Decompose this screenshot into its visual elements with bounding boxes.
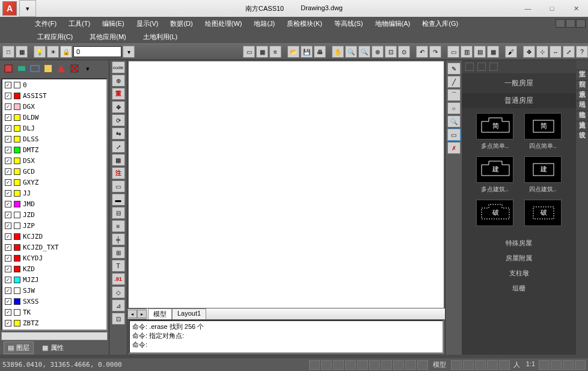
mt-b6[interactable]: ⊞ — [112, 247, 125, 259]
menu-item[interactable]: 等高线(S) — [328, 19, 369, 28]
menu-item[interactable]: 文件(F) — [29, 19, 63, 28]
tool-ext[interactable]: ⤢ — [563, 46, 575, 58]
tool-undo[interactable]: ↶ — [416, 46, 428, 58]
tool-dd2[interactable]: ▾ — [123, 46, 135, 58]
layer-color[interactable] — [14, 233, 20, 240]
category-item[interactable]: 垣栅 — [462, 281, 576, 296]
sb-scale[interactable]: 1:1 — [524, 360, 537, 370]
maximize-button[interactable]: □ — [540, 0, 564, 17]
layer-row[interactable]: ✓JMD — [2, 198, 106, 209]
tool-bulb[interactable]: 💡 — [34, 46, 46, 58]
layer-check[interactable]: ✓ — [5, 179, 11, 186]
layer-list[interactable]: ✓0✓ASSIST✓DGX✓DLDW✓DLJ✓DLSS✓DMTZ✓DSX✓GCD… — [1, 78, 108, 331]
layer-tool-dd[interactable]: ▾ — [82, 63, 94, 75]
category-item[interactable]: 特殊房屋 — [462, 236, 576, 251]
rp-view3[interactable] — [489, 63, 498, 71]
palette-item[interactable]: 破 — [522, 200, 564, 228]
layer-row[interactable]: ✓GCD — [2, 166, 106, 177]
tool-sun[interactable]: ☀ — [47, 46, 59, 58]
layer-row[interactable]: ✓TK — [2, 307, 106, 317]
tab-prev[interactable]: ◂ — [127, 310, 137, 318]
layer-check[interactable]: ✓ — [5, 266, 11, 272]
sb-7[interactable] — [381, 360, 392, 370]
tool-zoomall[interactable]: ⊙ — [398, 46, 410, 58]
sb-10[interactable] — [417, 360, 428, 370]
layer-color[interactable] — [14, 331, 20, 331]
layer-dropdown[interactable]: 0 — [73, 46, 121, 57]
layer-color[interactable] — [14, 255, 20, 262]
mdi-restore[interactable] — [566, 19, 575, 28]
layer-row[interactable]: ✓DLJ — [2, 123, 106, 133]
mt-b1[interactable]: ▭ — [112, 180, 125, 192]
tool-print[interactable]: 🖶 — [314, 46, 326, 58]
layer-row[interactable]: ✓DLDW — [2, 112, 106, 123]
mt-b10[interactable]: ⊡ — [112, 313, 125, 325]
menu-item[interactable]: 地籍(J) — [248, 19, 281, 28]
layer-check[interactable]: ✓ — [5, 158, 11, 164]
tool-v1[interactable]: ▭ — [447, 46, 459, 58]
layer-row[interactable]: ✓DMTZ — [2, 144, 106, 155]
layer-check[interactable]: ✓ — [5, 233, 11, 240]
minimize-button[interactable]: — — [516, 0, 540, 17]
side-tab[interactable]: 控制点 — [576, 70, 588, 81]
mt-zhu[interactable]: 注 — [112, 167, 125, 179]
tool-zoomin[interactable]: 🔍 — [345, 46, 357, 58]
tool-align[interactable]: ≡ — [269, 46, 281, 58]
mdi-min[interactable] — [556, 19, 565, 28]
mt-arr[interactable]: ▦ — [112, 154, 125, 166]
tool-zoomext[interactable]: ⊕ — [372, 46, 384, 58]
layer-row[interactable]: ✓DLSS — [2, 133, 106, 144]
tool-move[interactable]: ✥ — [523, 46, 535, 58]
layer-check[interactable]: ✓ — [5, 82, 11, 88]
tool-brush[interactable]: 🖌 — [505, 46, 517, 58]
tool-xy[interactable]: ⊹ — [536, 46, 548, 58]
tool-save[interactable]: 💾 — [301, 46, 313, 58]
mt-move[interactable]: ✥ — [112, 101, 125, 113]
sb-5[interactable] — [357, 360, 368, 370]
menu-item[interactable]: 土地利用(L) — [135, 32, 186, 41]
layer-row[interactable]: ✓KCJZD_TXT — [2, 242, 106, 253]
layer-tool-5[interactable] — [55, 63, 67, 75]
sb-12[interactable] — [463, 360, 474, 370]
sb-15[interactable] — [499, 360, 510, 370]
tool-help[interactable]: ? — [576, 46, 588, 58]
rp-view1[interactable] — [465, 63, 474, 71]
qat-dropdown[interactable]: ▾ — [19, 0, 36, 17]
menu-item[interactable]: 工程应用(C) — [29, 32, 81, 41]
rp-subtitle[interactable]: 普通房屋 — [462, 93, 576, 108]
layer-check[interactable]: ✓ — [5, 125, 11, 132]
layer-check[interactable]: ✓ — [5, 309, 11, 316]
layer-row[interactable]: ✓GXYZ — [2, 177, 106, 188]
sb-8[interactable] — [393, 360, 404, 370]
layer-color[interactable] — [14, 93, 20, 99]
layer-row[interactable]: ✓MJZJ — [2, 274, 106, 285]
layer-tool-4[interactable] — [42, 63, 54, 75]
mt-code[interactable]: code — [112, 61, 125, 73]
tab-attrs[interactable]: ▦属性 — [38, 342, 67, 354]
sb-6[interactable] — [369, 360, 380, 370]
sb-9[interactable] — [405, 360, 416, 370]
layer-row[interactable]: ✓JJ — [2, 188, 106, 198]
menu-item[interactable]: 工具(T) — [63, 19, 96, 28]
rt-cir[interactable]: ○ — [447, 102, 461, 114]
tool-redo[interactable]: ↷ — [429, 46, 441, 58]
layer-color[interactable] — [14, 179, 20, 186]
layer-row[interactable]: ✓SXSS — [2, 296, 106, 307]
mt-mir[interactable]: ⇆ — [112, 127, 125, 140]
layer-color[interactable] — [14, 244, 20, 251]
layer-color[interactable] — [14, 136, 20, 143]
layer-color[interactable] — [14, 222, 20, 229]
side-tab[interactable]: 水系设施 — [576, 81, 588, 91]
mdi-close[interactable] — [576, 19, 586, 28]
layer-color[interactable] — [14, 309, 20, 316]
tool-dim[interactable]: ↔ — [550, 46, 562, 58]
layer-check[interactable]: ✓ — [5, 320, 11, 327]
tool-new[interactable]: □ — [2, 46, 14, 58]
tool-v4[interactable]: ▦ — [487, 46, 499, 58]
tool-zoomwin[interactable]: ⊡ — [385, 46, 397, 58]
layer-check[interactable]: ✓ — [5, 277, 11, 283]
layer-check[interactable]: ✓ — [5, 168, 11, 175]
sb-4[interactable] — [345, 360, 356, 370]
menu-item[interactable]: 显示(V) — [130, 19, 165, 28]
command-window[interactable]: 命令: .erase 找到 256 个 命令: 指定对角点: 命令: — [129, 320, 444, 354]
